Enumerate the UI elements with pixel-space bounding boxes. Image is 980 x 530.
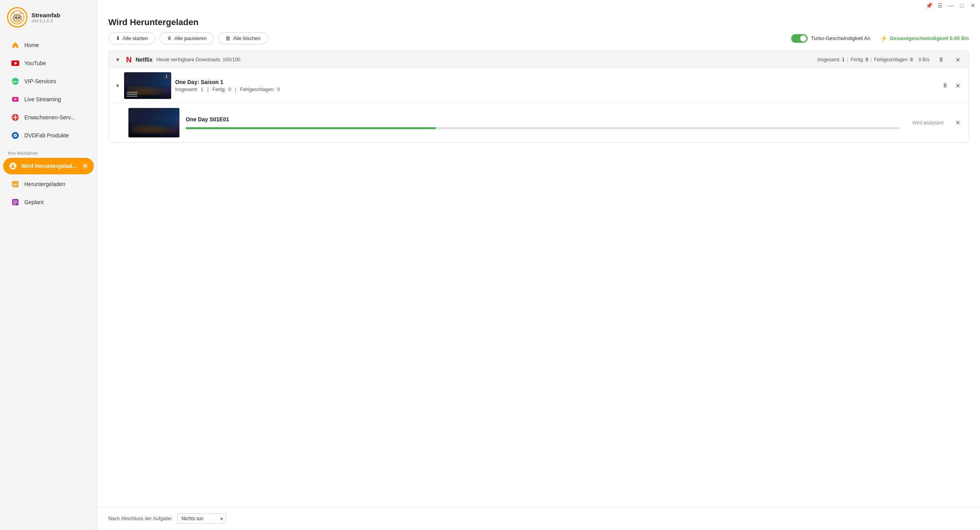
progress-bar [186, 127, 900, 129]
task-complete-select[interactable]: Nichts tun Herunterfahren Ruhezustand Be… [177, 514, 226, 524]
sidebar-nav: Home YouTube KEY VIP-Services [0, 35, 97, 146]
sidebar-item-vip[interactable]: KEY VIP-Services [3, 73, 94, 90]
download-area: ▼ N Netflix Heute verfügbare Downloads: … [108, 51, 969, 507]
menu-button[interactable]: ☰ [936, 2, 944, 9]
svg-text:KEY: KEY [12, 80, 19, 84]
main-content: 📌 ☰ — □ ✕ Wird Heruntergeladen ⬇ Alle st… [97, 0, 980, 530]
svg-point-6 [18, 17, 20, 18]
live-streaming-icon [11, 95, 20, 104]
download-icon: ⬇ [116, 35, 120, 41]
page-title: Wird Heruntergeladen [97, 11, 980, 32]
provider-downloads: Heute verfügbare Downloads: 100/100 [156, 57, 240, 62]
youtube-icon [11, 59, 20, 68]
series-title: One Day: Saison 1 [175, 79, 936, 85]
netflix-logo: N [126, 55, 132, 64]
provider-name: Netflix [135, 57, 152, 63]
download-active-icon [9, 162, 17, 170]
series-thumb-lines [126, 92, 137, 97]
sidebar-item-livestreaming[interactable]: Live Streaming [3, 91, 94, 108]
close-button[interactable]: ✕ [969, 2, 977, 9]
sidebar-item-downloading[interactable]: Wird Heruntergeladen [3, 158, 94, 174]
sidebar-item-youtube[interactable]: YouTube [3, 55, 94, 72]
home-icon [11, 41, 20, 49]
sidebar-item-planned[interactable]: Geplant [3, 194, 94, 211]
pause-all-button[interactable]: ⏸ Alle pausieren [159, 32, 214, 44]
sidebar-item-adult[interactable]: Erwachsenen-Serv... [3, 109, 94, 126]
netflix-header: ▼ N Netflix Heute verfügbare Downloads: … [109, 51, 969, 68]
vip-icon: KEY [11, 77, 20, 86]
series-row: ▼ 1 One Day: Saison 1 Insgesamt: 1 [109, 68, 969, 103]
downloading-badge-icon [82, 163, 88, 169]
sidebar-item-home-label: Home [24, 42, 39, 48]
episode-row: One Day S01E01 Wird analysiert ✕ [109, 103, 969, 142]
series-close-button[interactable]: ✕ [953, 81, 962, 90]
sidebar-item-adult-label: Erwachsenen-Serv... [24, 114, 75, 121]
lightning-icon: ⚡ [880, 35, 888, 42]
netflix-close-button[interactable]: ✕ [953, 55, 962, 64]
series-collapse-btn[interactable]: ▼ [115, 83, 120, 89]
adult-icon [11, 113, 20, 122]
app-logo-area: Streamfab x64 6.1.6.3 [0, 0, 97, 35]
series-thumbnail: 1 [124, 72, 171, 99]
sidebar-item-downloading-label: Wird Heruntergeladen [21, 163, 78, 169]
toolbar: ⬇ Alle starten ⏸ Alle pausieren 🗑 Alle l… [97, 32, 980, 51]
pin-button[interactable]: 📌 [925, 2, 933, 9]
provider-stats: Insgesamt: 1 | Fertig: 0 | Fehlgeschlage… [817, 57, 929, 62]
svg-point-19 [15, 135, 16, 136]
speed-value: Gesamtgeschwindigkeit 0.00 B/s [890, 35, 969, 41]
series-stats: Insgesamt: 1 | Fertig: 0 | Fehlgeschlage… [175, 87, 936, 92]
episode-info: One Day S01E01 [186, 116, 900, 129]
planned-icon [11, 198, 20, 207]
sidebar-item-downloaded-label: Heruntergeladen [24, 181, 65, 187]
episode-status: Wird analysiert [912, 120, 943, 126]
task-complete-label: Nach Abschluss der Aufgabe: [108, 516, 172, 521]
minimize-button[interactable]: — [947, 2, 955, 9]
series-badge: 1 [163, 74, 170, 79]
downloaded-icon [11, 180, 20, 188]
progress-bar-fill [186, 127, 436, 129]
pause-icon: ⏸ [167, 35, 172, 41]
sidebar-item-home[interactable]: Home [3, 37, 94, 54]
sidebar-item-planned-label: Geplant [24, 199, 44, 205]
series-pause-button[interactable]: ⏸ [940, 81, 950, 90]
sidebar-item-livestreaming-label: Live Streaming [24, 96, 61, 102]
episode-close-button[interactable]: ✕ [953, 118, 962, 128]
turbo-toggle[interactable] [791, 34, 808, 43]
app-name: Streamfab [31, 12, 60, 18]
maximize-button[interactable]: □ [958, 2, 966, 9]
task-complete-select-wrapper: Nichts tun Herunterfahren Ruhezustand Be… [177, 514, 226, 524]
app-name-version: Streamfab x64 6.1.6.3 [31, 12, 60, 23]
episode-title: One Day S01E01 [186, 116, 900, 122]
turbo-label: Turbo-Geschwindigkeit An [811, 35, 870, 41]
svg-point-5 [15, 17, 17, 18]
sidebar: Streamfab x64 6.1.6.3 Home YouTu [0, 0, 97, 530]
sidebar-item-dvdfab[interactable]: DVDFab Produkte [3, 127, 94, 144]
episode-thumbnail [128, 108, 179, 137]
titlebar: 📌 ☰ — □ ✕ [97, 0, 980, 11]
series-actions: ⏸ ✕ [940, 81, 962, 90]
netflix-collapse-btn[interactable]: ▼ [115, 57, 122, 63]
netflix-section: ▼ N Netflix Heute verfügbare Downloads: … [108, 51, 969, 143]
netflix-pause-button[interactable]: ⏸ [936, 55, 946, 64]
trash-icon: 🗑 [225, 35, 230, 41]
sidebar-item-dvdfab-label: DVDFab Produkte [24, 132, 69, 139]
sidebar-item-youtube-label: YouTube [24, 60, 46, 66]
speed-display: ⚡ Gesamtgeschwindigkeit 0.00 B/s [880, 35, 969, 42]
logo-icon [7, 7, 27, 27]
svg-point-7 [16, 18, 18, 20]
turbo-area: Turbo-Geschwindigkeit An ⚡ Gesamtgeschwi… [791, 34, 969, 43]
library-section-label: Ihre Mediathek [0, 146, 97, 157]
series-info: One Day: Saison 1 Insgesamt: 1 | Fertig:… [175, 79, 936, 92]
sidebar-item-vip-label: VIP-Services [24, 78, 56, 84]
dvdfab-icon [11, 131, 20, 140]
sidebar-item-downloaded[interactable]: Heruntergeladen [3, 175, 94, 193]
app-version: x64 6.1.6.3 [31, 18, 60, 23]
delete-all-button[interactable]: 🗑 Alle löschen [218, 32, 268, 44]
start-all-button[interactable]: ⬇ Alle starten [108, 32, 155, 44]
bottom-bar: Nach Abschluss der Aufgabe: Nichts tun H… [97, 507, 980, 530]
